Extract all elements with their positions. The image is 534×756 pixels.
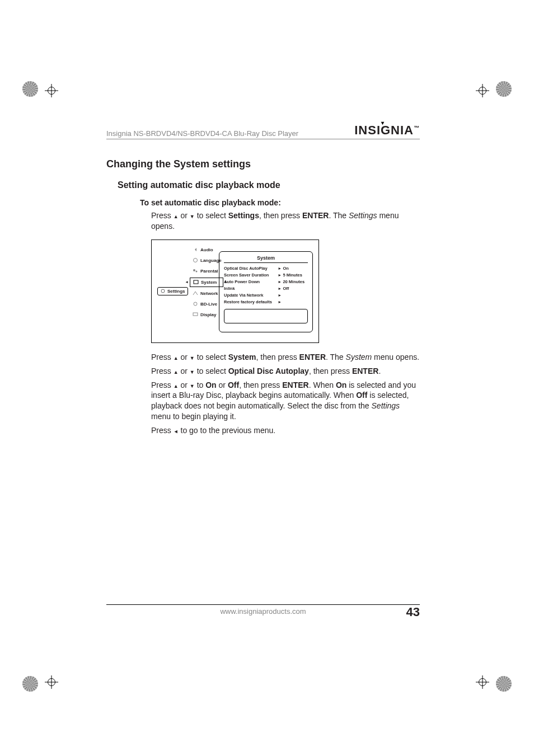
text: Press xyxy=(151,426,174,435)
menu-item-language: Language xyxy=(190,256,223,265)
step-3: Press or to select Optical Disc Autoplay… xyxy=(151,366,420,377)
text: to select xyxy=(195,211,228,220)
option-label: Restore factory defaults xyxy=(224,299,278,306)
option-value: Off xyxy=(278,285,308,292)
text: . The xyxy=(329,211,349,220)
menu-item-parental: Parental xyxy=(190,267,223,275)
color-registration-mark xyxy=(22,81,38,97)
menu-item-audio: Audio xyxy=(190,246,223,254)
text: to go to the previous menu. xyxy=(179,426,276,435)
option-value: On xyxy=(278,265,308,272)
up-arrow-icon xyxy=(174,211,179,220)
right-arrow-icon xyxy=(278,299,282,304)
bold-text: On xyxy=(336,381,346,389)
option-value: 20 Minutes xyxy=(278,279,308,285)
option-value xyxy=(278,299,308,306)
color-registration-mark xyxy=(496,81,512,97)
svg-point-2 xyxy=(193,269,195,271)
brand-accent-icon: ▾ xyxy=(381,120,385,126)
bold-text: Off xyxy=(356,391,367,400)
language-icon xyxy=(193,258,198,262)
text: , then press xyxy=(259,211,302,220)
page-footer: www.insigniaproducts.com 43 xyxy=(106,604,420,616)
down-arrow-icon xyxy=(190,381,195,389)
bdlive-icon xyxy=(193,302,198,306)
system-panel: System Optical Disc AutoPlay On Screen S… xyxy=(219,251,313,332)
bold-text: ENTER xyxy=(299,353,326,361)
table-row: Inlink Off xyxy=(224,285,308,292)
svg-point-5 xyxy=(194,302,197,306)
panel-empty-box xyxy=(224,309,308,323)
trademark-symbol: ™ xyxy=(414,125,420,131)
page-number: 43 xyxy=(406,605,420,619)
network-icon xyxy=(193,291,198,295)
text: or xyxy=(179,367,190,375)
svg-point-3 xyxy=(196,271,198,273)
procedure-heading: To set automatic disc playback mode: xyxy=(140,198,420,207)
text: . xyxy=(378,367,381,375)
text: , then press xyxy=(309,367,352,375)
system-icon xyxy=(193,280,199,284)
subsection-heading: Setting automatic disc playback mode xyxy=(118,180,420,190)
text: to select xyxy=(195,367,228,375)
step-4: Press or to On or Off, then press ENTER.… xyxy=(151,380,420,422)
bold-text: ENTER xyxy=(352,367,378,375)
text: , then press xyxy=(256,353,299,361)
audio-icon xyxy=(193,247,198,252)
menu-label: Parental xyxy=(200,269,218,274)
parental-icon xyxy=(193,269,198,273)
color-registration-mark xyxy=(22,676,38,692)
value-text: 5 Minutes xyxy=(283,273,302,278)
up-arrow-icon xyxy=(174,381,179,389)
text: . When xyxy=(309,381,336,389)
text: menu to begin playing it. xyxy=(151,412,236,421)
right-arrow-icon xyxy=(278,279,282,284)
text: , then press xyxy=(239,381,282,389)
svg-point-1 xyxy=(194,259,198,262)
crop-mark xyxy=(45,84,58,97)
bold-text: Off xyxy=(228,381,239,389)
italic-text: System xyxy=(346,353,372,361)
bold-text: Optical Disc Autoplay xyxy=(228,367,309,375)
settings-menu-illustration: Settings Audio Language Parental System … xyxy=(151,240,319,343)
brand-logo: INSIGNIA™ ▾ xyxy=(343,123,420,138)
svg-rect-6 xyxy=(193,313,198,316)
text: or xyxy=(217,381,228,389)
svg-rect-4 xyxy=(194,280,198,284)
value-text: On xyxy=(283,266,288,271)
text: to select xyxy=(195,353,228,361)
text: menu opens. xyxy=(372,353,419,361)
section-heading: Changing the System settings xyxy=(106,158,420,170)
table-row: Auto Power Down 20 Minutes xyxy=(224,279,308,285)
panel-title: System xyxy=(224,255,308,263)
text: or xyxy=(179,211,190,220)
step-5: Press to go to the previous menu. xyxy=(151,425,420,436)
italic-text: Settings xyxy=(372,401,400,410)
menu-item-network: Network xyxy=(190,289,223,298)
system-options-table: Optical Disc AutoPlay On Screen Saver Du… xyxy=(224,265,308,306)
page-header: Insignia NS-BRDVD4/NS-BRDVD4-CA Blu-Ray … xyxy=(106,123,420,139)
right-arrow-icon xyxy=(278,273,282,278)
right-arrow-icon xyxy=(278,266,282,271)
crop-mark xyxy=(476,675,489,689)
text: Press xyxy=(151,367,174,375)
up-arrow-icon xyxy=(174,367,179,375)
option-label: Screen Saver Duration xyxy=(224,272,278,279)
text: Press xyxy=(151,211,174,220)
display-icon xyxy=(193,312,198,317)
down-arrow-icon xyxy=(190,353,195,361)
option-label: Optical Disc AutoPlay xyxy=(224,265,278,272)
value-text: 20 Minutes xyxy=(283,279,305,284)
text: Press xyxy=(151,353,174,361)
settings-category-list: Audio Language Parental System Network B… xyxy=(162,246,223,319)
menu-item-display: Display xyxy=(190,311,223,319)
menu-item-bdlive: BD-Live xyxy=(190,300,223,308)
table-row: Screen Saver Duration 5 Minutes xyxy=(224,272,308,279)
menu-label: Audio xyxy=(200,247,213,252)
left-arrow-icon xyxy=(174,426,179,435)
bold-text: Settings xyxy=(228,211,259,220)
bold-text: System xyxy=(228,353,256,361)
bold-text: On xyxy=(205,381,216,389)
footer-url: www.insigniaproducts.com xyxy=(106,607,420,616)
table-row: Restore factory defaults xyxy=(224,299,308,306)
